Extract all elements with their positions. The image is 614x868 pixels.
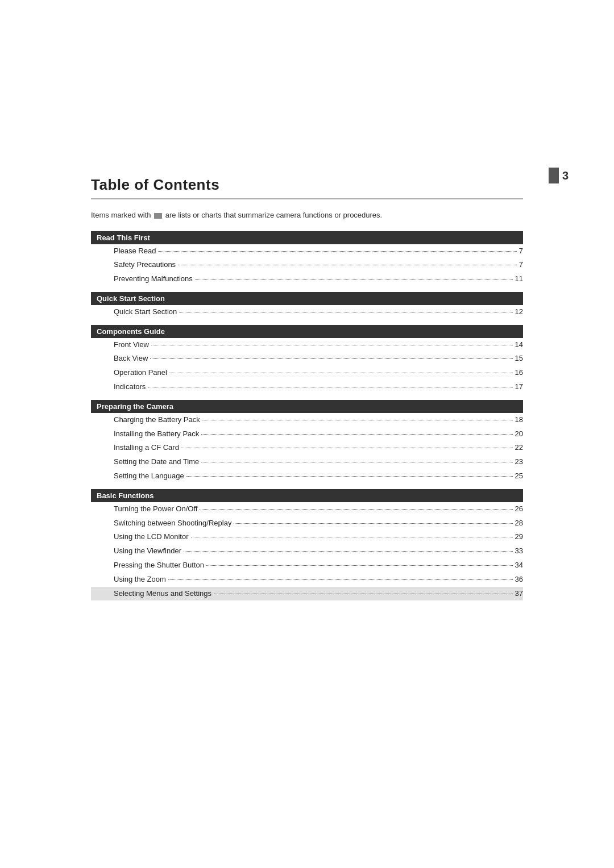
- entry-page: 7: [519, 259, 523, 271]
- section-header-preparing-camera: Preparing the Camera: [91, 400, 523, 413]
- entry-dots: [150, 358, 512, 359]
- entry-dots: [168, 579, 513, 580]
- entry-dots: [184, 551, 513, 552]
- toc-entry: Switching between Shooting/Replay28: [91, 516, 523, 531]
- entry-title: Pressing the Shutter Button: [114, 560, 204, 571]
- chart-icon: [154, 213, 162, 219]
- page-number-bar: [549, 168, 559, 183]
- entry-title: Front View: [114, 339, 149, 351]
- entry-page: 16: [515, 367, 523, 379]
- section-header-basic-functions: Basic Functions: [91, 489, 523, 502]
- entry-dots: [181, 448, 513, 448]
- page-title: Table of Contents: [91, 176, 523, 194]
- entry-page: 20: [515, 428, 523, 440]
- toc-entry: Installing the Battery Pack20: [91, 427, 523, 441]
- entry-dots: [234, 523, 512, 524]
- entry-title: Selecting Menus and Settings: [114, 588, 211, 600]
- entry-title: Using the Zoom: [114, 574, 166, 586]
- toc-entry: Turning the Power On/Off26: [91, 502, 523, 516]
- entry-title: Preventing Malfunctions: [114, 273, 193, 285]
- toc-entry: Operation Panel16: [91, 366, 523, 380]
- entry-page: 17: [515, 381, 523, 393]
- entry-page: 25: [515, 470, 523, 482]
- entry-page: 37: [515, 588, 523, 600]
- entry-dots: [200, 509, 512, 510]
- entry-dots: [178, 265, 517, 265]
- entry-title: Charging the Battery Pack: [114, 414, 200, 426]
- entry-title: Indicators: [114, 381, 146, 393]
- toc-entry: Indicators17: [91, 380, 523, 394]
- toc-entry: Installing a CF Card22: [91, 441, 523, 455]
- entry-title: Using the LCD Monitor: [114, 531, 189, 543]
- entry-title: Setting the Language: [114, 470, 184, 482]
- section-header-quick-start: Quick Start Section: [91, 292, 523, 305]
- entry-title: Back View: [114, 353, 148, 365]
- section-header-read-this-first: Read This First: [91, 231, 523, 244]
- toc-entry: Preventing Malfunctions11: [91, 272, 523, 286]
- entry-dots: [186, 476, 513, 477]
- entry-title: Installing the Battery Pack: [114, 428, 199, 440]
- entry-page: 26: [515, 503, 523, 515]
- toc-entry: Front View14: [91, 338, 523, 352]
- toc-entry: Safety Precautions7: [91, 258, 523, 272]
- section-header-components-guide: Components Guide: [91, 325, 523, 338]
- entry-page: 11: [515, 273, 523, 285]
- section-preparing-camera: Preparing the CameraCharging the Battery…: [91, 400, 523, 483]
- entry-page: 15: [515, 353, 523, 365]
- entry-title: Safety Precautions: [114, 259, 176, 271]
- entry-title: Operation Panel: [114, 367, 167, 379]
- content-area: Table of Contents Items marked with are …: [91, 176, 523, 606]
- entry-title: Switching between Shooting/Replay: [114, 518, 231, 529]
- toc-entry: Charging the Battery Pack18: [91, 413, 523, 427]
- entry-title: Installing a CF Card: [114, 442, 179, 454]
- entry-title: Turning the Power On/Off: [114, 503, 197, 515]
- entry-page: 33: [515, 545, 523, 557]
- toc-entry: Setting the Date and Time23: [91, 455, 523, 469]
- section-entries-quick-start: Quick Start Section12: [91, 305, 523, 319]
- section-components-guide: Components GuideFront View14Back View15O…: [91, 325, 523, 394]
- page-number: 3: [562, 169, 569, 182]
- entry-dots: [201, 462, 512, 462]
- entry-title: Using the Viewfinder: [114, 545, 181, 557]
- toc-entry: Using the Viewfinder33: [91, 544, 523, 558]
- entry-dots: [191, 537, 513, 537]
- toc-entry: Pressing the Shutter Button34: [91, 558, 523, 573]
- entry-dots: [206, 565, 513, 566]
- entry-dots: [151, 345, 513, 345]
- entry-title: Setting the Date and Time: [114, 456, 199, 468]
- toc-sections: Read This FirstPlease Read7Safety Precau…: [91, 231, 523, 601]
- entry-page: 28: [515, 518, 523, 529]
- entry-page: 36: [515, 574, 523, 586]
- entry-title: Please Read: [114, 245, 156, 257]
- section-entries-read-this-first: Please Read7Safety Precautions7Preventin…: [91, 244, 523, 286]
- entry-dots: [158, 251, 516, 252]
- entry-page: 29: [515, 531, 523, 543]
- toc-entry: Please Read7: [91, 244, 523, 258]
- title-container: Table of Contents: [91, 176, 523, 199]
- toc-entry: Quick Start Section12: [91, 305, 523, 319]
- page: 3 Table of Contents Items marked with ar…: [0, 0, 614, 868]
- entry-title: Quick Start Section: [114, 306, 177, 318]
- section-entries-basic-functions: Turning the Power On/Off26Switching betw…: [91, 502, 523, 601]
- entry-page: 22: [515, 442, 523, 454]
- entry-page: 23: [515, 456, 523, 468]
- entry-page: 14: [515, 339, 523, 351]
- toc-entry: Using the Zoom36: [91, 573, 523, 587]
- entry-page: 34: [515, 560, 523, 571]
- intro-after: are lists or charts that summarize camer…: [165, 211, 382, 219]
- entry-dots: [148, 387, 512, 387]
- page-number-area: 3: [549, 168, 569, 183]
- section-basic-functions: Basic FunctionsTurning the Power On/Off2…: [91, 489, 523, 601]
- entry-dots: [195, 279, 513, 279]
- entry-page: 18: [515, 414, 523, 426]
- entry-page: 12: [515, 306, 523, 318]
- toc-entry: Selecting Menus and Settings37: [91, 587, 523, 601]
- toc-entry: Using the LCD Monitor29: [91, 530, 523, 544]
- entry-dots: [201, 434, 512, 435]
- entry-dots: [169, 373, 513, 373]
- entry-dots: [202, 420, 513, 420]
- entry-dots: [179, 312, 512, 312]
- toc-entry: Back View15: [91, 352, 523, 366]
- entry-dots: [214, 594, 513, 594]
- intro-text: Items marked with are lists or charts th…: [91, 210, 523, 221]
